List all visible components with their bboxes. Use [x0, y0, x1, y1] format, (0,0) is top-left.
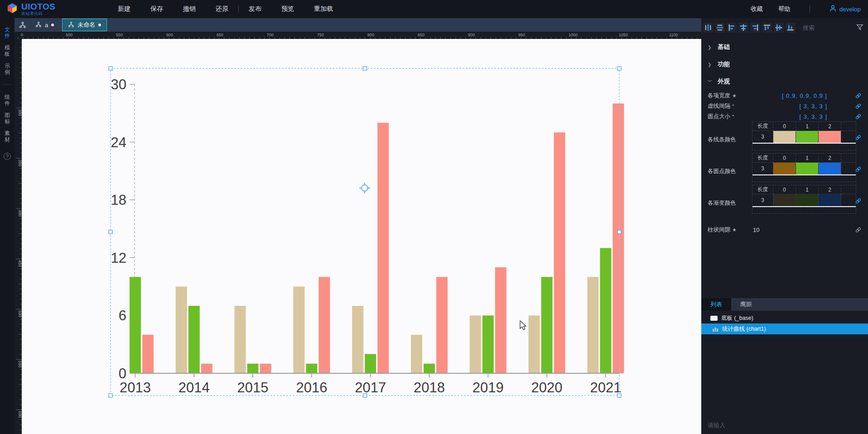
section-label: 功能: [718, 60, 730, 68]
prop-value[interactable]: [ 0.9, 0.9, 0.9 ]: [782, 92, 827, 99]
design-canvas[interactable]: 0612182430201320142015201620172018201920…: [22, 39, 701, 434]
tab-label: a: [45, 22, 48, 29]
menu-item-发布[interactable]: 发布: [249, 5, 261, 13]
align-center-vertical-icon[interactable]: [738, 23, 748, 33]
header-cell: 长度: [752, 185, 773, 194]
color-cell[interactable]: [796, 194, 819, 206]
favorite-button[interactable]: 收藏: [751, 5, 763, 13]
page-tab-未命名[interactable]: 未命名: [62, 19, 107, 31]
color-swatch[interactable]: [773, 131, 796, 143]
layers-tab-列表[interactable]: 列表: [701, 298, 731, 311]
color-cell[interactable]: [796, 163, 819, 174]
sidebar-item-组件[interactable]: 组件: [0, 91, 14, 109]
length-cell: 3: [752, 163, 773, 174]
bind-link-icon[interactable]: [855, 166, 862, 173]
resize-handle[interactable]: [363, 394, 367, 397]
resize-handle[interactable]: [109, 230, 112, 234]
layer-item-label: 底板 (_base): [721, 314, 753, 322]
color-cell: [841, 131, 856, 143]
menu-item-撤销[interactable]: 撤销: [183, 5, 196, 13]
resize-handle[interactable]: [109, 394, 112, 397]
help-icon[interactable]: ?: [4, 153, 11, 160]
bind-link-icon[interactable]: [855, 103, 862, 110]
layer-item-0[interactable]: 底板 (_base): [701, 313, 868, 323]
bar-2020-s2: [554, 132, 565, 373]
resize-handle[interactable]: [617, 394, 621, 397]
bar-2014-s0: [176, 287, 187, 373]
color-swatch[interactable]: [796, 194, 818, 206]
color-cell[interactable]: [819, 131, 841, 143]
quick-input[interactable]: [708, 422, 798, 429]
color-swatch[interactable]: [773, 163, 796, 174]
resize-handle[interactable]: [109, 67, 112, 70]
search-input[interactable]: [803, 24, 853, 31]
app-logo[interactable]: UIOTOS 前端零代码: [0, 2, 109, 16]
sidebar-item-图标[interactable]: 图标: [0, 109, 14, 127]
section-功能[interactable]: ❯功能: [701, 59, 868, 70]
bar-2019-s0: [470, 315, 481, 373]
section-label: 基础: [718, 43, 730, 51]
color-swatch[interactable]: [819, 194, 841, 206]
color-cell[interactable]: [773, 194, 796, 206]
section-外观[interactable]: ﹀外观: [701, 76, 868, 87]
filter-icon[interactable]: [856, 24, 863, 33]
align-center-horizontal-icon[interactable]: [774, 23, 784, 33]
sidebar-item-示例[interactable]: 示例: [0, 60, 14, 78]
section-label: 外观: [718, 77, 730, 86]
bind-link-icon[interactable]: [855, 92, 862, 99]
transform-anchor-icon[interactable]: [359, 183, 370, 193]
prop-value[interactable]: [ 3, 3, 3 ]: [799, 113, 827, 120]
color-swatch[interactable]: [796, 163, 818, 174]
bar-2017-s2: [377, 123, 389, 373]
unsaved-dot-icon: [98, 24, 101, 26]
distribute-horizontal-icon[interactable]: [703, 23, 713, 33]
color-swatch[interactable]: [773, 194, 796, 206]
prop-value[interactable]: [ 3, 3, 3 ]: [799, 103, 827, 110]
color-swatch[interactable]: [819, 131, 841, 143]
align-left-icon[interactable]: [727, 23, 737, 33]
help-button[interactable]: 帮助: [778, 5, 791, 13]
required-mark: ★: [732, 93, 737, 98]
bind-link-icon[interactable]: [855, 134, 862, 141]
color-cell[interactable]: [773, 131, 796, 143]
layer-item-1[interactable]: 统计曲线 (chart1): [701, 323, 868, 334]
sidebar-item-文件[interactable]: 文件: [0, 24, 14, 42]
page-tree-icon[interactable]: [19, 21, 26, 29]
align-top-icon[interactable]: [762, 23, 772, 33]
bar-2018-s0: [411, 335, 422, 373]
user-menu[interactable]: develop: [829, 5, 861, 14]
color-cell[interactable]: [796, 131, 819, 143]
distribute-vertical-icon[interactable]: [715, 23, 725, 33]
chart-widget[interactable]: 0612182430201320142015201620172018201920…: [22, 39, 701, 434]
sidebar-item-模板[interactable]: 模板: [0, 42, 14, 60]
color-cell[interactable]: [819, 163, 841, 174]
ruler-label: 700: [267, 33, 274, 37]
section-基础[interactable]: ❯基础: [701, 42, 868, 53]
color-cell[interactable]: [773, 163, 796, 174]
menu-item-还原[interactable]: 还原: [216, 5, 228, 13]
resize-handle[interactable]: [363, 67, 367, 70]
menu-item-保存[interactable]: 保存: [150, 5, 163, 13]
header-cell: 2: [819, 122, 841, 131]
color-cell[interactable]: [819, 194, 841, 206]
length-cell: 3: [752, 131, 773, 143]
bind-link-icon[interactable]: [855, 227, 862, 233]
menu-item-新建[interactable]: 新建: [118, 5, 130, 13]
menu-item-重加载[interactable]: 重加载: [314, 5, 333, 13]
bind-link-icon[interactable]: [855, 198, 862, 204]
ruler-label: 450: [18, 260, 22, 267]
bind-link-icon[interactable]: [855, 113, 862, 120]
align-right-icon[interactable]: [750, 23, 760, 33]
color-swatch[interactable]: [796, 131, 818, 143]
prop-value[interactable]: 10: [753, 227, 759, 233]
color-swatch[interactable]: [819, 163, 841, 174]
resize-handle[interactable]: [617, 230, 621, 234]
color-cell: [841, 163, 856, 174]
resize-handle[interactable]: [617, 67, 621, 70]
top-menubar: UIOTOS 前端零代码 新建保存撤销还原 发布预览重加载 收藏 帮助 deve…: [0, 0, 868, 18]
sidebar-item-素材[interactable]: 素材: [0, 127, 14, 145]
align-bottom-icon[interactable]: [786, 23, 796, 33]
menu-item-预览[interactable]: 预览: [281, 5, 294, 13]
layers-tab-鹰眼[interactable]: 鹰眼: [731, 298, 761, 311]
page-tab-a[interactable]: a: [30, 19, 59, 31]
